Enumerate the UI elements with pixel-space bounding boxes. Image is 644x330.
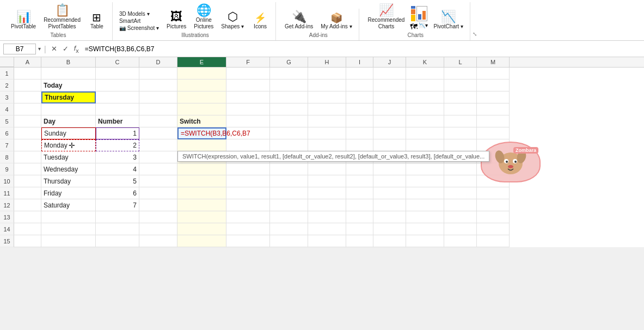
cell-j3[interactable] xyxy=(373,91,406,103)
cancel-formula-button[interactable]: ✕ xyxy=(50,45,59,53)
col-header-k[interactable]: K xyxy=(406,57,444,67)
cell-d15[interactable] xyxy=(139,235,177,247)
cell-h2[interactable] xyxy=(308,80,346,91)
cell-l3[interactable] xyxy=(444,91,477,103)
cell-g10[interactable] xyxy=(270,175,308,187)
cell-d1[interactable] xyxy=(139,68,177,80)
cell-b6[interactable]: Sunday xyxy=(41,127,96,139)
cell-l5[interactable] xyxy=(444,115,477,127)
cell-a8[interactable] xyxy=(14,151,41,163)
cell-c1[interactable] xyxy=(96,68,139,80)
table-button[interactable]: ⊞ Table xyxy=(86,11,108,31)
cell-g7[interactable] xyxy=(270,139,308,151)
cell-e1[interactable] xyxy=(177,68,226,80)
cell-g13[interactable] xyxy=(270,211,308,223)
cell-m1[interactable] xyxy=(477,68,510,80)
cell-d6[interactable] xyxy=(139,127,177,139)
cell-a4[interactable] xyxy=(14,103,41,115)
cell-h15[interactable] xyxy=(308,235,346,247)
cell-i10[interactable] xyxy=(346,175,373,187)
cell-k3[interactable] xyxy=(406,91,444,103)
cell-e5[interactable]: Switch xyxy=(177,115,226,127)
cell-c10[interactable]: 5 xyxy=(96,175,139,187)
cell-c4[interactable] xyxy=(96,103,139,115)
cell-f15[interactable] xyxy=(226,235,270,247)
cell-a14[interactable] xyxy=(14,223,41,235)
cell-h9[interactable] xyxy=(308,163,346,175)
col-header-b[interactable]: B xyxy=(41,57,96,67)
cell-g11[interactable] xyxy=(270,187,308,199)
get-addins-button[interactable]: 🔌 Get Add-ins xyxy=(283,10,315,31)
recommended-pivot-button[interactable]: 📋 RecommendedPivotTables xyxy=(41,3,83,31)
cell-g2[interactable] xyxy=(270,80,308,91)
cell-c7[interactable]: 2 xyxy=(96,139,139,151)
cell-l1[interactable] xyxy=(444,68,477,80)
cell-j6[interactable] xyxy=(373,127,406,139)
cell-c15[interactable] xyxy=(96,235,139,247)
cell-d2[interactable] xyxy=(139,80,177,91)
cell-h6[interactable] xyxy=(308,127,346,139)
cell-l13[interactable] xyxy=(444,211,477,223)
cell-h7[interactable] xyxy=(308,139,346,151)
cell-l7[interactable] xyxy=(444,139,477,151)
row-header-5[interactable]: 5 xyxy=(0,115,14,127)
cell-h10[interactable] xyxy=(308,175,346,187)
cell-h11[interactable] xyxy=(308,187,346,199)
cell-c12[interactable]: 7 xyxy=(96,199,139,211)
online-pictures-button[interactable]: 🌐 OnlinePictures xyxy=(192,3,216,31)
cell-a7[interactable] xyxy=(14,139,41,151)
row-header-1[interactable]: 1 xyxy=(0,68,14,80)
cell-i1[interactable] xyxy=(346,68,373,80)
cell-k1[interactable] xyxy=(406,68,444,80)
cell-a2[interactable] xyxy=(14,80,41,91)
cell-g14[interactable] xyxy=(270,223,308,235)
cell-g12[interactable] xyxy=(270,199,308,211)
my-addins-button[interactable]: 📦 My Add-ins ▾ xyxy=(318,12,354,31)
cell-c2[interactable] xyxy=(96,80,139,91)
cell-m4[interactable] xyxy=(477,103,510,115)
col-header-a[interactable]: A xyxy=(14,57,41,67)
cell-j1[interactable] xyxy=(373,68,406,80)
cell-e15[interactable] xyxy=(177,235,226,247)
cell-c9[interactable]: 4 xyxy=(96,163,139,175)
cell-d3[interactable] xyxy=(139,91,177,103)
cell-b11[interactable]: Friday xyxy=(41,187,96,199)
cell-i15[interactable] xyxy=(346,235,373,247)
pictures-button[interactable]: 🖼 Pictures xyxy=(164,10,188,31)
cell-a9[interactable] xyxy=(14,163,41,175)
cell-c14[interactable] xyxy=(96,223,139,235)
cell-i2[interactable] xyxy=(346,80,373,91)
cell-l4[interactable] xyxy=(444,103,477,115)
cell-i14[interactable] xyxy=(346,223,373,235)
cell-l6[interactable] xyxy=(444,127,477,139)
cell-c6[interactable]: 1 xyxy=(96,127,139,139)
row-header-2[interactable]: 2 xyxy=(0,80,14,91)
cell-d12[interactable] xyxy=(139,199,177,211)
col-header-f[interactable]: F xyxy=(226,57,270,67)
cell-a11[interactable] xyxy=(14,187,41,199)
cell-reference-box[interactable]: B7 xyxy=(3,44,36,54)
cell-a12[interactable] xyxy=(14,199,41,211)
cell-e3[interactable] xyxy=(177,91,226,103)
cell-i9[interactable] xyxy=(346,163,373,175)
cell-i11[interactable] xyxy=(346,187,373,199)
ribbon-expand-icon[interactable]: ⤡ xyxy=(473,31,477,40)
cell-f14[interactable] xyxy=(226,223,270,235)
cell-b12[interactable]: Saturday xyxy=(41,199,96,211)
cell-e12[interactable] xyxy=(177,199,226,211)
cell-a1[interactable] xyxy=(14,68,41,80)
row-header-3[interactable]: 3 xyxy=(0,91,14,103)
cell-g3[interactable] xyxy=(270,91,308,103)
cell-e11[interactable] xyxy=(177,187,226,199)
cell-l2[interactable] xyxy=(444,80,477,91)
row-header-13[interactable]: 13 xyxy=(0,211,14,223)
maps-button[interactable]: 🗺 xyxy=(410,22,418,31)
cell-j14[interactable] xyxy=(373,223,406,235)
pivot-chart-button[interactable]: 📉 PivotChart ▾ xyxy=(431,10,465,31)
cell-m14[interactable] xyxy=(477,223,510,235)
cell-a3[interactable] xyxy=(14,91,41,103)
cell-e6[interactable]: =SWITCH(B3,B6,C6,B7 xyxy=(177,127,226,139)
cell-f5[interactable] xyxy=(226,115,270,127)
cell-b5[interactable]: Day xyxy=(41,115,96,127)
cell-g5[interactable] xyxy=(270,115,308,127)
